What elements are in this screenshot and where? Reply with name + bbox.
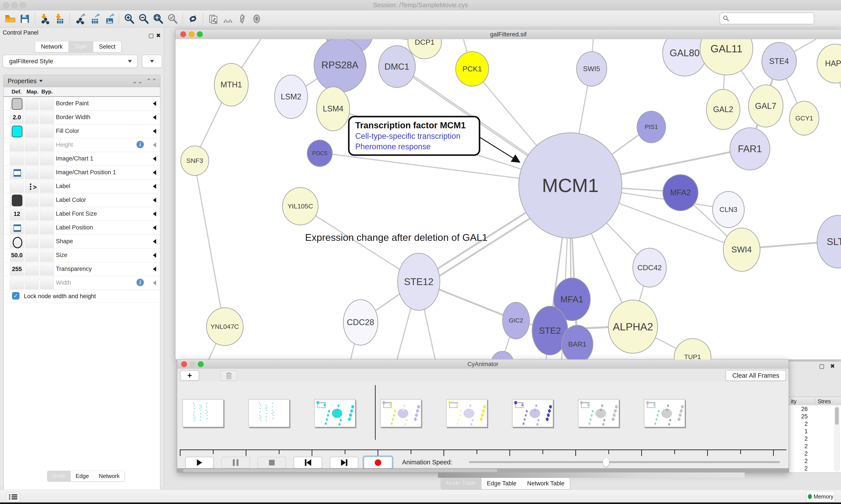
property-def-cell[interactable] [10,97,24,110]
property-byp-cell[interactable] [40,194,54,206]
tab-edge[interactable]: Edge [71,471,94,481]
column-stress[interactable]: Stres [818,398,831,405]
import-network-button[interactable] [38,12,52,25]
delete-frame-button[interactable] [220,370,237,381]
expand-arrow-icon[interactable] [153,198,156,202]
frame-thumbnail-3[interactable] [380,399,422,427]
close-panel-icon[interactable]: ✖ [830,363,835,370]
property-def-cell[interactable]: 12 [10,208,24,220]
property-def-cell[interactable] [10,221,24,234]
network-node-gal7[interactable]: GAL7 [748,85,783,127]
expand-arrow-icon[interactable] [153,143,156,147]
search-field[interactable] [720,13,814,24]
property-byp-cell[interactable] [40,166,54,179]
collapse-all-icon[interactable]: ⌃⌃ [146,77,157,85]
annotation-box[interactable]: Transcription factor MCM1 Cell-type-spec… [348,116,480,156]
property-def-cell[interactable] [10,139,24,151]
network-edge[interactable] [194,160,224,326]
network-node-dmc1[interactable]: DMC1 [378,45,416,88]
network-node-rps28a[interactable]: RPS28A [314,39,366,93]
tab-network[interactable]: Network [94,471,125,481]
tab-style[interactable]: Style [69,41,93,52]
network-node-swi5[interactable]: SWI5 [576,51,607,87]
frame-thumbnail-7[interactable] [644,399,685,427]
network-node-cdc28[interactable]: CDC28 [343,299,378,345]
property-def-cell[interactable] [10,125,24,138]
network-node-far1[interactable]: FAR1 [730,127,770,170]
frame-thumbnail-2[interactable] [314,399,355,427]
property-def-cell[interactable] [10,166,24,179]
network-node-yil105c[interactable]: YIL105C [282,187,319,225]
property-row-label[interactable]: >Label [4,180,160,193]
canvas-caption[interactable]: Expression change after deletion of GAL1 [305,232,487,243]
network-node-mcm1[interactable]: MCM1 [518,132,622,238]
stop-button[interactable] [257,457,286,469]
tab-node-table[interactable]: Node Table [441,478,482,489]
expand-arrow-icon[interactable] [153,184,156,189]
expand-all-icon[interactable]: ⌄⌄ [132,77,143,85]
network-node-pis1[interactable]: PIS1 [637,111,666,143]
property-def-cell[interactable] [10,152,24,165]
property-byp-cell[interactable] [40,277,54,289]
expand-arrow-icon[interactable] [153,225,156,230]
scrollbar-thumb[interactable] [183,469,497,472]
network-node-ynl047c[interactable]: YNL047C [206,307,244,346]
save-session-button[interactable] [18,12,32,25]
property-byp-cell[interactable] [40,152,54,165]
lock-size-checkbox[interactable]: ✓ [12,292,19,300]
property-map-cell[interactable] [25,125,39,138]
skip-to-end-button[interactable] [330,457,358,469]
property-map-cell[interactable] [25,97,39,110]
property-map-cell[interactable] [25,166,39,179]
property-row-image-chart-position-1[interactable]: Image/Chart Position 1 [4,166,160,180]
network-node-ste12[interactable]: STE12 [397,253,440,311]
property-map-cell[interactable] [25,221,39,234]
property-def-cell[interactable] [10,194,24,206]
tab-select[interactable]: Select [93,41,121,52]
property-map-cell[interactable] [25,263,39,275]
property-def-cell[interactable] [10,180,24,193]
float-panel-icon[interactable]: ▢ [148,33,154,38]
hide-graphics-details-button[interactable] [235,12,249,25]
table-scrollbar[interactable] [835,406,840,471]
property-map-cell[interactable]: > [25,180,39,193]
animation-speed-slider[interactable] [469,461,780,463]
network-node-pdc5[interactable]: PDC5 [307,140,333,167]
property-byp-cell[interactable] [40,125,54,138]
zoom-selected-button[interactable] [165,12,180,25]
zoom-fit-button[interactable] [151,12,165,25]
table-row[interactable]: 2 [789,443,841,450]
timeline-playhead[interactable] [375,385,376,440]
tab-node[interactable]: Node [47,471,71,481]
memory-button[interactable]: Memory [806,491,835,502]
annotation-link[interactable]: Pheromone response [355,142,473,151]
tab-network-table[interactable]: Network Table [522,478,570,489]
network-node-swi4[interactable]: SWI4 [723,228,761,272]
expand-arrow-icon[interactable] [153,267,156,271]
open-session-button[interactable] [3,12,18,25]
zoom-in-button[interactable] [122,12,137,25]
property-map-cell[interactable] [25,208,39,220]
properties-header[interactable]: Properties ⌄⌄ ⌃⌃ [4,75,160,87]
pause-button[interactable] [221,457,250,469]
property-map-cell[interactable] [25,111,39,124]
property-row-image-chart-1[interactable]: Image/Chart 1 [4,152,160,166]
property-byp-cell[interactable] [40,180,54,193]
expand-arrow-icon[interactable] [153,239,156,244]
property-byp-cell[interactable] [40,235,54,248]
property-row-width[interactable]: Widthi [4,276,160,290]
expand-arrow-icon[interactable] [153,129,156,133]
frame-thumbnail-0[interactable] [182,399,223,427]
property-map-cell[interactable] [25,194,39,206]
info-icon[interactable]: i [137,141,144,148]
frame-thumbnail-6[interactable] [578,399,619,427]
property-row-size[interactable]: 50.0Size [4,249,160,262]
export-image-button[interactable] [102,12,116,25]
property-row-border-width[interactable]: 2.0Border Width [4,111,160,124]
network-node-alpha2[interactable]: ALPHA2 [608,300,658,354]
refresh-view-button[interactable] [186,12,200,25]
property-map-cell[interactable] [25,235,39,248]
network-node-mfa2[interactable]: MFA2 [662,174,698,211]
zoom-out-button[interactable] [137,12,151,25]
property-def-cell[interactable]: 50.0 [10,249,24,262]
